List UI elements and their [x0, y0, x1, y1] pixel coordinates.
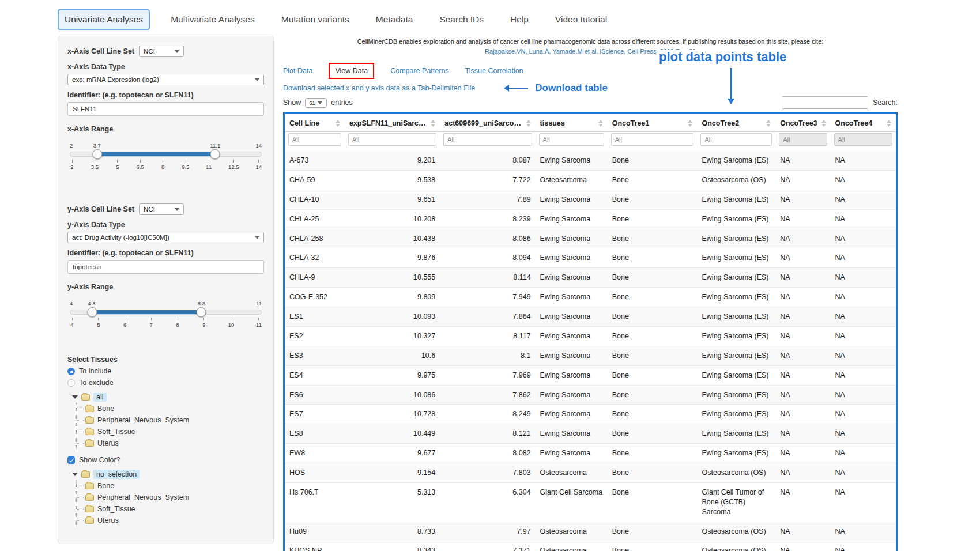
x-range-high-label: 11.1: [210, 142, 221, 149]
download-tab-delimited-link[interactable]: Download selected x and y axis data as a…: [283, 84, 475, 92]
column-header[interactable]: Cell Line: [285, 114, 345, 132]
tab-help[interactable]: Help: [504, 10, 534, 29]
tree-node-tissue[interactable]: Peripheral_Nervous_System: [77, 492, 264, 503]
y-data-type-select[interactable]: act: Drug Activity (-log10[IC50M]): [67, 232, 264, 243]
y-range-handle-low[interactable]: [87, 307, 97, 317]
tree-node-tissue[interactable]: Bone: [77, 403, 264, 414]
subtab-compare-patterns[interactable]: Compare Patterns: [390, 67, 448, 75]
x-data-type-select[interactable]: exp: mRNA Expression (log2): [67, 74, 264, 85]
table-row[interactable]: HOS 9.154 7.803 Osteosarcoma Bone Osteos…: [285, 463, 896, 483]
table-row[interactable]: EW8 9.677 8.082 Ewing Sarcoma Bone Ewing…: [285, 444, 896, 463]
table-row[interactable]: CHLA-10 9.651 7.89 Ewing Sarcoma Bone Ew…: [285, 190, 896, 209]
x-range-handle-low[interactable]: [93, 149, 103, 159]
table-row[interactable]: A-673 9.201 8.087 Ewing Sarcoma Bone Ewi…: [285, 151, 896, 170]
x-range-slider-track[interactable]: [70, 152, 262, 157]
entries-count-select[interactable]: 61: [305, 98, 327, 108]
table-row[interactable]: ES1 10.093 7.864 Ewing Sarcoma Bone Ewin…: [285, 307, 896, 327]
column-header[interactable]: tissues: [536, 114, 608, 132]
column-filter-input[interactable]: All: [348, 133, 436, 146]
y-range-slider-track[interactable]: [70, 310, 262, 315]
sort-icon[interactable]: [526, 120, 531, 127]
sort-icon[interactable]: [336, 120, 340, 127]
tab-search-ids[interactable]: Search IDs: [434, 10, 489, 29]
column-header[interactable]: act609699_uniSarcoma: [440, 114, 535, 132]
y-identifier-input[interactable]: [67, 260, 264, 274]
table-row[interactable]: CHLA-9 10.555 8.114 Ewing Sarcoma Bone E…: [285, 268, 896, 288]
tree-node-tissue[interactable]: Bone: [77, 480, 264, 492]
table-row[interactable]: ES2 10.327 8.117 Ewing Sarcoma Bone Ewin…: [285, 326, 896, 346]
activity-value-cell: 8.249: [440, 405, 535, 424]
subtab-tissue-correlation[interactable]: Tissue Correlation: [465, 67, 523, 75]
cell-line-cell: ES2: [285, 326, 345, 346]
column-filter-input[interactable]: All: [443, 133, 532, 146]
column-header[interactable]: expSLFN11_uniSarcoma: [345, 114, 440, 132]
column-filter-input[interactable]: All: [288, 133, 341, 146]
table-row[interactable]: KHOS NP 8.343 7.371 Osteosarcoma Bone Os…: [285, 541, 896, 551]
sort-icon[interactable]: [598, 120, 603, 127]
tree-expand-icon[interactable]: [72, 395, 78, 399]
subtab-view-data[interactable]: View Data: [335, 67, 368, 75]
oncotree4-cell: NA: [831, 151, 896, 170]
tree-expand-icon[interactable]: [72, 473, 78, 476]
search-input[interactable]: [782, 96, 868, 109]
column-header[interactable]: OncoTree4: [831, 114, 896, 132]
tree-node-tissue[interactable]: Peripheral_Nervous_System: [77, 414, 264, 426]
citation-link[interactable]: Rajapakse.VN, Luna.A, Yamade.M et al. iS…: [283, 47, 898, 56]
column-filter-input[interactable]: All: [834, 133, 892, 146]
table-row[interactable]: COG-E-352 9.809 7.949 Ewing Sarcoma Bone…: [285, 288, 896, 307]
tissues-include-radio[interactable]: To include: [67, 367, 264, 375]
oncotree4-cell: NA: [831, 307, 896, 327]
sort-icon[interactable]: [431, 120, 435, 127]
column-header[interactable]: OncoTree3: [775, 114, 830, 132]
sort-icon[interactable]: [887, 120, 891, 127]
select-tissues-title: Select Tissues: [67, 356, 264, 364]
oncotree2-cell: Ewing Sarcoma (ES): [697, 365, 775, 385]
column-filter-input[interactable]: All: [779, 133, 827, 146]
column-filter-input[interactable]: All: [539, 133, 604, 146]
tab-metadata[interactable]: Metadata: [370, 10, 419, 29]
sort-icon[interactable]: [766, 120, 771, 127]
tree-node-all[interactable]: all: [72, 391, 264, 403]
column-header[interactable]: OncoTree1: [608, 114, 698, 132]
table-row[interactable]: CHLA-32 9.876 8.094 Ewing Sarcoma Bone E…: [285, 248, 896, 268]
tick: 14: [255, 160, 262, 170]
tree-node-no-selection[interactable]: no_selection: [72, 469, 264, 480]
tab-mutation-variants[interactable]: Mutation variants: [276, 10, 355, 29]
tab-video-tutorial[interactable]: Video tutorial: [549, 10, 613, 29]
show-color-checkbox[interactable]: Show Color?: [67, 456, 264, 464]
column-header[interactable]: OncoTree2: [697, 114, 775, 132]
tissues-exclude-radio[interactable]: To exclude: [67, 379, 264, 387]
tick: 10: [228, 318, 235, 328]
tree-node-tissue[interactable]: Uterus: [77, 437, 264, 449]
table-row[interactable]: CHA-59 9.538 7.722 Osteosarcoma Bone Ost…: [285, 170, 896, 190]
table-controls-row: Show 61 entries Search:: [283, 96, 898, 109]
y-cell-line-set-select[interactable]: NCI: [139, 203, 184, 215]
subtab-plot-data[interactable]: Plot Data: [283, 67, 312, 75]
expression-value-cell: 10.327: [345, 326, 440, 346]
table-row[interactable]: ES3 10.6 8.1 Ewing Sarcoma Bone Ewing Sa…: [285, 346, 896, 365]
column-filter-input[interactable]: All: [611, 133, 694, 146]
table-row[interactable]: ES8 10.449 8.121 Ewing Sarcoma Bone Ewin…: [285, 424, 896, 444]
y-range-handle-high[interactable]: [197, 307, 206, 317]
tab-multivariate-analyses[interactable]: Multivariate Analyses: [165, 10, 261, 29]
x-cell-line-set-select[interactable]: NCI: [139, 46, 184, 57]
tree-node-tissue[interactable]: Soft_Tissue: [77, 426, 264, 437]
table-row[interactable]: ES4 9.975 7.969 Ewing Sarcoma Bone Ewing…: [285, 365, 896, 385]
tree-node-tissue[interactable]: Uterus: [77, 515, 264, 526]
sort-icon[interactable]: [688, 120, 692, 127]
x-range-handle-high[interactable]: [210, 149, 220, 159]
table-row[interactable]: ES6 10.086 7.862 Ewing Sarcoma Bone Ewin…: [285, 385, 896, 405]
filter-cell: All: [697, 132, 775, 152]
table-row[interactable]: CHLA-258 10.438 8.086 Ewing Sarcoma Bone…: [285, 229, 896, 248]
tab-univariate-analyses[interactable]: Univariate Analyses: [58, 9, 150, 30]
oncotree2-cell: Ewing Sarcoma (ES): [697, 346, 775, 365]
column-filter-input[interactable]: All: [700, 133, 772, 146]
sort-icon[interactable]: [821, 120, 826, 127]
table-row[interactable]: Hu09 8.733 7.97 Osteosarcoma Bone Osteos…: [285, 522, 896, 541]
table-row[interactable]: ES7 10.728 8.249 Ewing Sarcoma Bone Ewin…: [285, 405, 896, 424]
table-row[interactable]: Hs 706.T 5.313 6.304 Giant Cell Sarcoma …: [285, 482, 896, 522]
x-identifier-input[interactable]: [67, 102, 264, 116]
tree-node-tissue[interactable]: Soft_Tissue: [77, 503, 264, 515]
tissue-cell: Ewing Sarcoma: [536, 424, 608, 444]
table-row[interactable]: CHLA-25 10.208 8.239 Ewing Sarcoma Bone …: [285, 209, 896, 229]
